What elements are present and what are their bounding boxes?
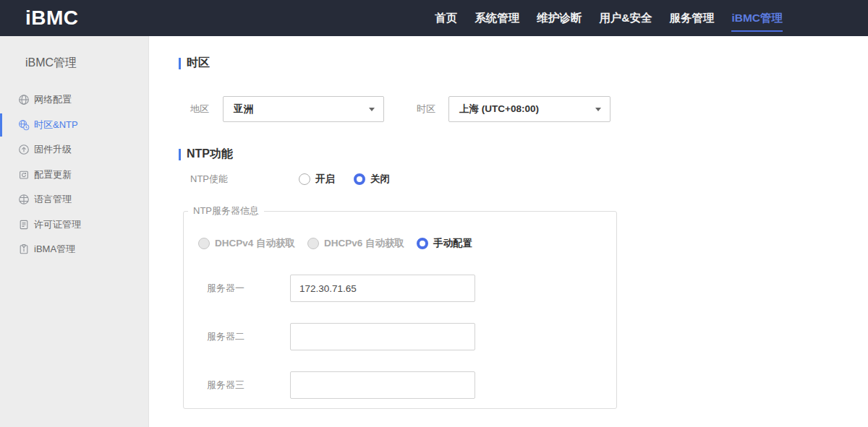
- timezone-section-title: 时区: [179, 56, 210, 71]
- sidebar-item-network-config[interactable]: 网络配置: [0, 87, 149, 113]
- nav-item-ibmc-management[interactable]: iBMC管理: [731, 0, 783, 36]
- license-doc-icon: [18, 219, 30, 230]
- sidebar-item-timezone-ntp[interactable]: 时区&NTP: [0, 113, 149, 138]
- timezone-clock-icon: [18, 119, 30, 131]
- ntp-enable-radio-group: 开启 关闭: [299, 168, 390, 190]
- title-accent-bar: [179, 58, 181, 69]
- radio-disabled-icon: [307, 238, 319, 249]
- region-select[interactable]: 亚洲: [223, 96, 384, 122]
- sidebar-item-ibma-management[interactable]: iBMA管理: [0, 237, 149, 262]
- region-select-value: 亚洲: [234, 103, 253, 116]
- ntp-server-mode-radio-group: DHCPv4 自动获取 DHCPv6 自动获取 手动配置: [198, 233, 472, 254]
- sidebar: iBMC管理 网络配置 时区&NTP: [0, 36, 149, 427]
- top-nav-menu: 首页 系统管理 维护诊断 用户&安全 服务管理 iBMC管理: [435, 0, 783, 36]
- nav-item-system[interactable]: 系统管理: [475, 0, 519, 36]
- server-three-input[interactable]: [290, 371, 475, 399]
- ibmc-logo: iBMC: [25, 7, 79, 30]
- ntp-section-title: NTP功能: [179, 147, 233, 162]
- ntp-enable-on-radio[interactable]: 开启: [299, 173, 335, 186]
- region-label: 地区: [190, 96, 209, 122]
- sidebar-item-label: iBMA管理: [34, 243, 75, 256]
- timezone-select[interactable]: 上海 (UTC+08:00): [448, 96, 610, 122]
- sidebar-item-firmware-upgrade[interactable]: 固件升级: [0, 137, 149, 163]
- top-navigation-bar: iBMC 首页 系统管理 维护诊断 用户&安全 服务管理 iBMC管理: [0, 0, 868, 36]
- language-globe-icon: [18, 194, 30, 205]
- sidebar-item-label: 时区&NTP: [34, 118, 78, 131]
- sidebar-menu: 网络配置 时区&NTP 固件升级: [0, 87, 149, 262]
- upgrade-arrow-icon: [18, 144, 30, 155]
- globe-icon: [18, 94, 30, 105]
- sidebar-item-label: 许可证管理: [34, 218, 81, 231]
- config-refresh-icon: [18, 169, 30, 181]
- clipboard-icon: [18, 243, 30, 255]
- chevron-down-icon: [369, 108, 375, 111]
- radio-unchecked-icon[interactable]: [299, 173, 310, 185]
- timezone-label: 时区: [417, 96, 435, 122]
- server-one-label: 服务器一: [207, 275, 244, 302]
- server-three-label: 服务器三: [207, 371, 244, 399]
- dhcpv4-auto-radio: DHCPv4 自动获取: [198, 237, 295, 250]
- server-two-input[interactable]: [290, 323, 475, 350]
- sidebar-item-license-management[interactable]: 许可证管理: [0, 212, 149, 238]
- timezone-select-value: 上海 (UTC+08:00): [459, 103, 539, 116]
- manual-config-radio[interactable]: 手动配置: [417, 237, 472, 250]
- server-one-input[interactable]: [290, 275, 475, 302]
- nav-item-home[interactable]: 首页: [435, 0, 457, 36]
- radio-checked-icon[interactable]: [417, 238, 428, 249]
- ntp-enable-label: NTP使能: [190, 168, 228, 190]
- sidebar-item-language-management[interactable]: 语言管理: [0, 187, 149, 212]
- sidebar-item-label: 配置更新: [34, 168, 72, 181]
- nav-item-maintenance[interactable]: 维护诊断: [537, 0, 582, 36]
- radio-disabled-icon: [198, 238, 210, 249]
- sidebar-item-config-update[interactable]: 配置更新: [0, 163, 149, 188]
- radio-checked-icon[interactable]: [354, 173, 365, 185]
- ntp-server-info-group: NTP服务器信息 DHCPv4 自动获取 DHCPv6 自动获取 手动配置 服务…: [183, 204, 617, 409]
- chevron-down-icon: [595, 108, 601, 111]
- nav-item-user-security[interactable]: 用户&安全: [599, 0, 652, 36]
- server-two-label: 服务器二: [207, 323, 244, 350]
- main-content: 时区 地区 亚洲 时区 上海 (UTC+08:00) NTP功能 NTP使能 开…: [149, 36, 868, 427]
- dhcpv6-auto-radio: DHCPv6 自动获取: [307, 237, 404, 250]
- sidebar-item-label: 固件升级: [34, 143, 72, 156]
- sidebar-item-label: 语言管理: [34, 193, 72, 206]
- title-accent-bar: [179, 149, 181, 160]
- nav-item-service[interactable]: 服务管理: [669, 0, 714, 36]
- sidebar-title: iBMC管理: [25, 56, 148, 71]
- sidebar-item-label: 网络配置: [34, 93, 72, 106]
- ntp-enable-off-radio[interactable]: 关闭: [354, 173, 390, 186]
- ntp-server-info-legend: NTP服务器信息: [188, 204, 264, 217]
